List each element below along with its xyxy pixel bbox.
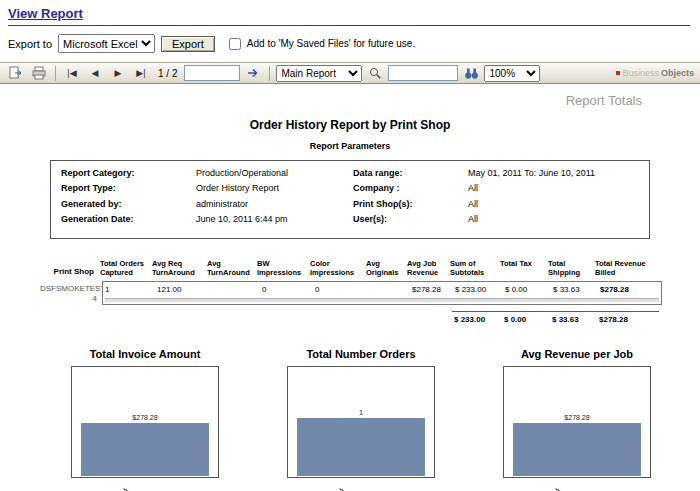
report-parameters-heading: Report Parameters [0, 141, 700, 151]
magnifier-icon [368, 66, 382, 80]
go-to-page-icon [246, 66, 260, 80]
cell-avg-turnaround [210, 285, 260, 294]
find-button[interactable] [461, 64, 481, 82]
total-shipping: $ 33.63 [550, 315, 597, 324]
print-icon [32, 66, 46, 80]
column-header: Avg Originals [366, 259, 407, 277]
chart-bar [513, 423, 641, 476]
prev-page-icon: ◀ [92, 68, 99, 78]
binoculars-icon [464, 67, 479, 80]
cell-avg-originals [369, 285, 410, 294]
chart-plot-area: $278.28 [503, 366, 651, 478]
find-text-input[interactable] [388, 65, 458, 81]
report-totals-label: Report Totals [0, 93, 642, 108]
chart-title: Total Invoice Amount [60, 348, 230, 360]
cell-avg-job-revenue: $278.28 [410, 285, 453, 294]
first-page-icon: |◀ [67, 68, 76, 78]
chart-category-label: DSFSMOKETEST 4 [90, 487, 129, 491]
charts-section: Total Invoice Amount $278.28 DSFSMOKETES… [60, 348, 662, 478]
export-icon [9, 66, 23, 80]
param-data-range: Data range: May 01, 2011 To: June 10, 20… [353, 168, 639, 179]
column-header: Total Orders Captured [100, 259, 152, 277]
totals-divider [452, 311, 659, 312]
column-header: Avg TurnAround [207, 259, 257, 277]
toolbar-separator [269, 66, 270, 81]
title-divider [8, 25, 690, 26]
view-report-page: View Report Export to Microsoft Excel Ex… [0, 0, 700, 478]
go-to-page-button[interactable] [243, 64, 263, 82]
prev-page-button[interactable]: ◀ [85, 64, 105, 82]
cell-sum-subtotals: $ 233.00 [453, 285, 503, 294]
chart-title: Avg Revenue per Job [492, 348, 662, 360]
chart-title: Total Number Orders [276, 348, 446, 360]
chart-bar-value: $278.28 [504, 414, 650, 421]
param-generated-by: Generated by: administrator [61, 199, 347, 210]
report-table: Print Shop Total Orders Captured Avg Req… [40, 259, 662, 324]
chart-avg-revenue-per-job: Avg Revenue per Job $278.28 DSFSMOKETEST… [492, 348, 662, 478]
save-files-label: Add to 'My Saved Files' for future use. [247, 38, 415, 49]
total-revenue-billed: $278.28 [597, 315, 655, 324]
report-parameters-box: Report Category: Production/Operational … [50, 160, 650, 239]
last-page-button[interactable]: ▶| [131, 64, 151, 82]
column-header: Total Revenue Billed [595, 259, 655, 277]
chart-bar [297, 418, 425, 476]
column-header: Print Shop [40, 267, 100, 277]
businessobjects-logo: BusinessObjects [616, 68, 694, 78]
page-indicator: 1 / 2 [158, 68, 177, 79]
chart-bar [81, 423, 209, 476]
cell-total-revenue-billed: $278.28 [598, 285, 656, 294]
cell-color-impressions: 0 [313, 285, 369, 294]
toolbar-separator [55, 66, 56, 81]
export-report-button[interactable] [6, 64, 26, 82]
column-header: Total Tax [500, 259, 548, 268]
chart-bar-value: 1 [288, 409, 434, 416]
businessobjects-logo-objects: Objects [661, 68, 694, 78]
page-number-input[interactable] [184, 65, 240, 81]
export-button[interactable]: Export [161, 36, 215, 52]
column-header: BW Impressions [257, 259, 310, 277]
businessobjects-logo-business: Business [622, 68, 659, 78]
chart-total-invoice-amount: Total Invoice Amount $278.28 DSFSMOKETES… [60, 348, 230, 478]
page-title: View Report [8, 6, 83, 21]
param-print-shops: Print Shop(s): All [353, 199, 639, 210]
chart-plot-area: 1 [287, 366, 435, 478]
chart-total-number-orders: Total Number Orders 1 DSFSMOKETEST 4 [276, 348, 446, 478]
chart-bar-value: $278.28 [72, 414, 218, 421]
cell-avg-req-turnaround: 121.00 [155, 285, 210, 294]
column-header: Avg Req TurnAround [152, 259, 207, 277]
cell-total-tax: $ 0.00 [503, 285, 551, 294]
cell-total-shipping: $ 33.63 [551, 285, 598, 294]
cell-total-orders: 1 [103, 285, 155, 294]
chart-category-label: DSFSMOKETEST 4 [522, 487, 561, 491]
total-tax: $ 0.00 [502, 315, 550, 324]
zoom-select[interactable]: 100% [484, 65, 540, 82]
export-to-label: Export to [8, 38, 52, 50]
parameters-left-column: Report Category: Production/Operational … [61, 168, 347, 229]
print-report-button[interactable] [29, 64, 49, 82]
first-page-button[interactable]: |◀ [62, 64, 82, 82]
column-header: Avg Job Revenue [407, 259, 450, 277]
table-header-row: Print Shop Total Orders Captured Avg Req… [40, 259, 662, 277]
next-page-button[interactable]: ▶ [108, 64, 128, 82]
print-shop-name: DSFSMOKETEST 4 [40, 284, 97, 304]
chart-category-label: DSFSMOKETEST 4 [306, 487, 345, 491]
export-bar: Export to Microsoft Excel Export Add to … [8, 34, 700, 53]
param-company: Company : All [353, 183, 639, 194]
businessobjects-mark-icon [616, 71, 620, 75]
save-files-checkbox[interactable] [229, 38, 241, 50]
table-totals-row: $ 233.00 $ 0.00 $ 33.63 $278.28 [102, 315, 662, 324]
column-header: Sum of Subtotals [450, 259, 500, 277]
next-page-icon: ▶ [115, 68, 122, 78]
report-title: Order History Report by Print Shop [0, 118, 700, 132]
report-section-select[interactable]: Main Report [276, 65, 362, 82]
report-viewer-toolbar: |◀ ◀ ▶ ▶| 1 / 2 Main Report [0, 62, 700, 84]
last-page-icon: ▶| [136, 68, 145, 78]
param-report-category: Report Category: Production/Operational [61, 168, 347, 179]
search-expert-button[interactable] [365, 64, 385, 82]
param-generation-date: Generation Date: June 10, 2011 6:44 pm [61, 214, 347, 225]
table-body: DSFSMOKETEST 4 1 121.00 0 0 $278.28 $ 23… [40, 281, 662, 305]
column-header: Color Impressions [310, 259, 366, 277]
table-row: 1 121.00 0 0 $278.28 $ 233.00 $ 0.00 $ 3… [102, 281, 662, 305]
cell-bw-impressions: 0 [260, 285, 313, 294]
export-format-select[interactable]: Microsoft Excel [58, 34, 155, 53]
